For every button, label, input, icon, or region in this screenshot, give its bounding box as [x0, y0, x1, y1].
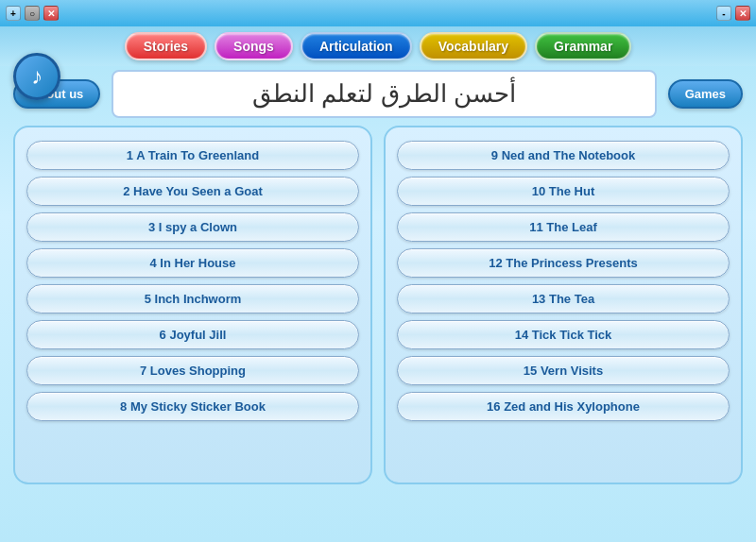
list-item-16[interactable]: 16 Zed and His Xylophone: [397, 392, 730, 421]
title-bar-left-controls: + ○ ✕: [6, 6, 59, 21]
list-item-5[interactable]: 5 Inch Inchworm: [26, 284, 359, 313]
title-bar: + ○ ✕ - ✕: [0, 0, 756, 26]
content-area: 1 A Train To Greenland 2 Have You Seen a…: [0, 126, 756, 484]
tab-vocabulary[interactable]: Vocabulary: [420, 32, 527, 60]
main-title: أحسن الطرق لتعلم النطق: [112, 70, 656, 118]
list-item-8[interactable]: 8 My Sticky Sticker Book: [26, 392, 359, 421]
nav-bar: Stories Songs Articulation Vocabulary Gr…: [0, 26, 756, 66]
minimize-button-right[interactable]: -: [716, 6, 731, 21]
list-item-13[interactable]: 13 The Tea: [397, 284, 730, 313]
header-row: About us أحسن الطرق لتعلم النطق Games: [0, 66, 756, 122]
tab-articulation[interactable]: Articulation: [301, 32, 412, 60]
list-item-1[interactable]: 1 A Train To Greenland: [26, 141, 359, 170]
right-list-panel: 9 Ned and The Notebook 10 The Hut 11 The…: [384, 126, 743, 484]
tab-grammar[interactable]: Grammar: [535, 32, 631, 60]
games-button[interactable]: Games: [668, 79, 743, 109]
list-item-3[interactable]: 3 I spy a Clown: [26, 212, 359, 242]
list-item-4[interactable]: 4 In Her House: [26, 248, 359, 278]
left-list-panel: 1 A Train To Greenland 2 Have You Seen a…: [13, 126, 372, 484]
list-item-10[interactable]: 10 The Hut: [397, 177, 730, 206]
list-item-14[interactable]: 14 Tick Tick Tick: [397, 320, 730, 349]
tab-stories[interactable]: Stories: [125, 32, 207, 60]
close-button-right[interactable]: ✕: [735, 6, 750, 21]
list-item-7[interactable]: 7 Loves Shopping: [26, 356, 359, 385]
list-item-12[interactable]: 12 The Princess Presents: [397, 248, 730, 278]
list-item-15[interactable]: 15 Vern Visits: [397, 356, 730, 385]
list-item-6[interactable]: 6 Joyful Jill: [26, 320, 359, 349]
list-item-11[interactable]: 11 The Leaf: [397, 212, 730, 242]
list-item-9[interactable]: 9 Ned and The Notebook: [397, 141, 730, 170]
title-bar-right-controls: - ✕: [716, 6, 750, 21]
list-item-2[interactable]: 2 Have You Seen a Goat: [26, 177, 359, 206]
tab-songs[interactable]: Songs: [215, 32, 293, 60]
restore-button-left[interactable]: ○: [25, 6, 40, 21]
close-button-left[interactable]: ✕: [43, 6, 59, 21]
music-icon: ♪: [13, 53, 60, 100]
minimize-button-left[interactable]: +: [6, 6, 21, 21]
